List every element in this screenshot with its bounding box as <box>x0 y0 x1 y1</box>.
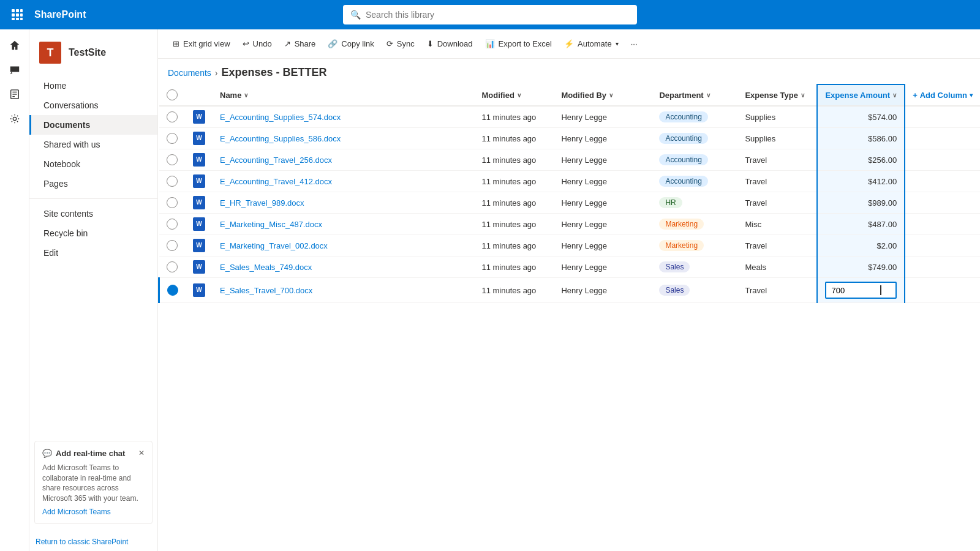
file-name[interactable]: E_Accounting_Travel_412.docx <box>220 177 332 186</box>
department-badge: Marketing <box>659 240 704 251</box>
file-name[interactable]: E_Marketing_Travel_002.docx <box>220 241 328 250</box>
select-all-checkbox[interactable] <box>167 89 178 100</box>
sidebar-item-pages[interactable]: Pages <box>29 174 157 193</box>
file-name[interactable]: E_Accounting_Supplies_574.docx <box>220 113 341 122</box>
file-name[interactable]: E_Accounting_Supplies_586.docx <box>220 134 341 143</box>
file-name[interactable]: E_Sales_Meals_749.docx <box>220 263 312 272</box>
chat-close-button[interactable]: ✕ <box>138 449 145 457</box>
th-name[interactable]: Name ∨ <box>213 84 474 106</box>
sidebar-item-recycle-bin[interactable]: Recycle bin <box>29 223 157 243</box>
row-add-col-cell <box>905 257 980 278</box>
row-name-cell[interactable]: E_Accounting_Travel_256.docx <box>213 149 474 171</box>
row-expense-amount-cell[interactable]: $989.00 <box>817 192 905 214</box>
row-expense-amount-cell[interactable]: $574.00 <box>817 106 905 128</box>
row-name-cell[interactable]: E_Marketing_Misc_487.docx <box>213 214 474 235</box>
word-file-icon: W <box>193 153 205 167</box>
row-checkbox[interactable] <box>167 219 178 230</box>
breadcrumb: Documents › Expenses - BETTER <box>158 59 980 84</box>
undo-button[interactable]: ↩ Undo <box>238 36 277 52</box>
row-name-cell[interactable]: E_Sales_Travel_700.docx <box>213 278 474 303</box>
row-checkbox-cell[interactable] <box>159 106 186 128</box>
expense-amount-input[interactable] <box>831 286 880 295</box>
department-badge: Sales <box>659 285 690 296</box>
row-checkbox-cell[interactable] <box>159 171 186 192</box>
th-department[interactable]: Department ∨ <box>652 84 737 106</box>
row-name-cell[interactable]: E_Accounting_Travel_412.docx <box>213 171 474 192</box>
file-name[interactable]: E_HR_Travel_989.docx <box>220 198 304 208</box>
th-expense-amount[interactable]: Expense Amount ∨ <box>817 84 905 106</box>
exit-grid-button[interactable]: ⊞ Exit grid view <box>168 36 235 52</box>
th-select-all[interactable] <box>159 84 186 106</box>
breadcrumb-parent-link[interactable]: Documents <box>168 68 211 78</box>
row-expense-amount-cell[interactable]: $749.00 <box>817 257 905 278</box>
modified-by-value: Henry Legge <box>561 198 606 208</box>
row-checkbox[interactable] <box>167 240 178 251</box>
row-expense-amount-cell[interactable]: $487.00 <box>817 214 905 235</box>
sync-button[interactable]: ⟳ Sync <box>382 36 420 52</box>
automate-button[interactable]: ⚡ Automate ▾ <box>559 36 624 52</box>
search-input[interactable] <box>366 10 630 20</box>
th-expense-type[interactable]: Expense Type ∨ <box>737 84 817 106</box>
add-teams-link[interactable]: Add Microsoft Teams <box>42 508 145 516</box>
row-checkbox[interactable] <box>167 111 178 122</box>
row-checkbox[interactable] <box>167 133 178 144</box>
row-expense-amount-cell[interactable]: $256.00 <box>817 149 905 171</box>
nav-chat-icon[interactable] <box>4 59 26 81</box>
sidebar-item-site-contents[interactable]: Site contents <box>29 204 157 223</box>
share-button[interactable]: ↗ Share <box>279 36 321 52</box>
word-file-icon: W <box>193 110 205 124</box>
row-checkbox[interactable] <box>167 261 178 272</box>
row-checkbox-cell[interactable] <box>159 128 186 149</box>
row-checkbox[interactable] <box>167 176 178 187</box>
file-name[interactable]: E_Sales_Travel_700.docx <box>220 286 312 295</box>
row-name-cell[interactable]: E_HR_Travel_989.docx <box>213 192 474 214</box>
sidebar-item-home[interactable]: Home <box>29 76 157 96</box>
row-checkbox-cell[interactable] <box>159 235 186 257</box>
row-checkbox[interactable] <box>167 197 178 208</box>
row-checkbox[interactable] <box>167 154 178 165</box>
row-checkbox-cell[interactable] <box>159 278 186 303</box>
export-excel-button[interactable]: 📊 Export to Excel <box>480 36 557 52</box>
nav-settings-icon[interactable] <box>4 108 26 130</box>
row-checkbox-cell[interactable] <box>159 214 186 235</box>
row-checkbox-cell[interactable] <box>159 192 186 214</box>
expense-type-value: Travel <box>745 241 767 250</box>
row-expense-amount-cell[interactable]: $412.00 <box>817 171 905 192</box>
file-name[interactable]: E_Accounting_Travel_256.docx <box>220 156 332 165</box>
file-name[interactable]: E_Marketing_Misc_487.docx <box>220 220 322 229</box>
add-column-button[interactable]: + Add Column ▾ <box>913 91 973 100</box>
copy-link-button[interactable]: 🔗 Copy link <box>323 36 379 52</box>
more-button[interactable]: ··· <box>626 36 643 52</box>
sidebar-item-documents[interactable]: Documents <box>29 115 157 135</box>
row-name-cell[interactable]: E_Sales_Meals_749.docx <box>213 257 474 278</box>
row-file-type-cell: W <box>186 257 213 278</box>
row-add-col-cell <box>905 171 980 192</box>
th-modified-by[interactable]: Modified By ∨ <box>554 84 652 106</box>
sidebar-item-notebook[interactable]: Notebook <box>29 154 157 174</box>
row-name-cell[interactable]: E_Accounting_Supplies_574.docx <box>213 106 474 128</box>
sidebar-item-conversations[interactable]: Conversations <box>29 96 157 115</box>
row-name-cell[interactable]: E_Marketing_Travel_002.docx <box>213 235 474 257</box>
return-classic-link[interactable]: Return to classic SharePoint <box>36 538 128 546</box>
row-expense-amount-cell[interactable]: $586.00 <box>817 128 905 149</box>
row-checkbox-cell[interactable] <box>159 149 186 171</box>
sidebar-item-edit[interactable]: Edit <box>29 243 157 263</box>
row-modified-cell: 11 minutes ago <box>474 235 554 257</box>
th-add-column[interactable]: + Add Column ▾ <box>905 84 980 106</box>
app-logo[interactable]: SharePoint <box>34 9 86 20</box>
row-expense-amount-cell[interactable]: $2.00 <box>817 235 905 257</box>
search-bar: 🔍 <box>343 5 637 24</box>
th-modified[interactable]: Modified ∨ <box>474 84 554 106</box>
row-checkbox[interactable] <box>167 285 178 296</box>
row-checkbox-cell[interactable] <box>159 257 186 278</box>
row-name-cell[interactable]: E_Accounting_Supplies_586.docx <box>213 128 474 149</box>
row-expense-amount-cell[interactable] <box>817 278 905 303</box>
top-bar: SharePoint 🔍 <box>0 0 980 29</box>
sidebar-item-shared[interactable]: Shared with us <box>29 135 157 154</box>
apps-icon[interactable] <box>7 5 27 24</box>
modified-by-value: Henry Legge <box>561 263 606 272</box>
nav-home-icon[interactable] <box>4 34 26 56</box>
nav-notes-icon[interactable] <box>4 83 26 105</box>
download-button[interactable]: ⬇ Download <box>422 36 478 52</box>
copy-link-icon: 🔗 <box>328 39 337 48</box>
